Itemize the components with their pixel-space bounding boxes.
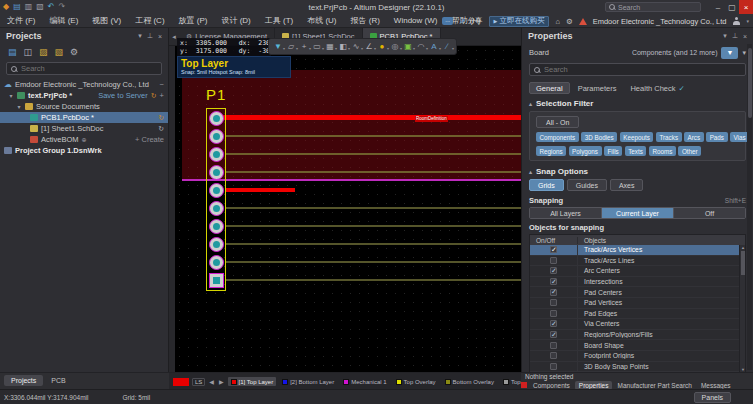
snap-options-header[interactable]: ▴ Snap Options xyxy=(522,162,753,178)
chip-texts[interactable]: Texts xyxy=(625,146,647,156)
tab-general[interactable]: General xyxy=(529,82,570,94)
tab-parameters[interactable]: Parameters xyxy=(572,82,623,94)
expand-icon[interactable]: ▾ xyxy=(16,103,22,110)
table-scrollbar[interactable]: ▲ ▼ xyxy=(739,245,745,372)
table-row[interactable]: Pad Vertices xyxy=(530,298,745,309)
menu-reports[interactable]: 报告 (R) xyxy=(344,15,387,26)
checkbox[interactable] xyxy=(550,278,557,285)
layer-tab-bottom-overlay[interactable]: Bottom Overlay xyxy=(442,377,497,386)
chip-regions[interactable]: Regions xyxy=(536,146,566,156)
chip-pads[interactable]: Pads xyxy=(706,132,727,142)
save-icon[interactable]: ▤ xyxy=(13,2,21,12)
panel-close-icon[interactable]: × xyxy=(158,33,162,40)
chip-arcs[interactable]: Arcs xyxy=(684,132,704,142)
close-button[interactable]: × xyxy=(739,0,753,14)
open-icon[interactable]: ▥ xyxy=(25,2,33,12)
workspace-name[interactable]: Emdoor Electronic _Technology Co., Ltd xyxy=(593,17,727,26)
checkbox[interactable] xyxy=(550,257,557,264)
panel-pin-icon[interactable]: ⊥ xyxy=(732,32,738,40)
layer-tab-top-overlay[interactable]: Top Overlay xyxy=(393,377,439,386)
menu-tools[interactable]: 工具 (T) xyxy=(258,15,300,26)
menu-route[interactable]: 布线 (U) xyxy=(300,15,343,26)
rectangle-icon[interactable]: ▭ xyxy=(311,39,323,54)
sync-icon[interactable]: ↻ xyxy=(158,125,164,133)
projects-search-input[interactable] xyxy=(21,64,157,73)
connection-line[interactable] xyxy=(225,261,521,263)
properties-search-input[interactable] xyxy=(544,65,741,74)
pad-7[interactable] xyxy=(209,219,224,234)
pcb-canvas[interactable]: RoomDefinition P1 xyxy=(175,46,521,372)
selection-filter-header[interactable]: ▴ Selection Filter xyxy=(522,94,753,110)
tab-projects[interactable]: Projects xyxy=(4,375,43,386)
expand-icon[interactable]: ▾ xyxy=(8,92,14,99)
checkbox[interactable] xyxy=(550,310,557,317)
panel-menu-icon[interactable]: ▾ xyxy=(723,32,727,40)
room-region[interactable] xyxy=(182,70,521,181)
menu-window[interactable]: Window (W) xyxy=(387,16,445,25)
pad-3[interactable] xyxy=(209,147,224,162)
chip-other[interactable]: Other xyxy=(678,146,701,156)
table-row[interactable]: Via Centers xyxy=(530,319,745,330)
filter-all-on-button[interactable]: All - On xyxy=(536,116,579,128)
dimension-icon[interactable]: ∠ xyxy=(363,39,375,54)
text-icon[interactable]: A xyxy=(428,39,440,54)
filter-funnel-icon[interactable]: ▼ xyxy=(721,47,738,59)
properties-search[interactable] xyxy=(529,63,746,76)
tree-workspace-row[interactable]: ☁ Emdoor Electronic _Technology Co., Ltd… xyxy=(0,79,168,90)
layer-set-button[interactable]: LS xyxy=(192,378,205,386)
layer-tab-top-paste[interactable]: Top Paste xyxy=(500,377,521,386)
user-dropdown-icon[interactable]: ▾ xyxy=(746,18,749,24)
filter-icon[interactable]: ▼ xyxy=(272,39,284,54)
table-row[interactable]: 3D Body Snap Points xyxy=(530,362,745,373)
open-folder-icon[interactable]: ▨ xyxy=(39,47,48,57)
user-account-icon[interactable] xyxy=(732,17,740,25)
tree-project-row[interactable]: ▾ text.PrjPcb * Save to Server ↻ + xyxy=(0,90,168,101)
track-top-layer-short[interactable] xyxy=(225,188,295,192)
room-definition-label[interactable]: RoomDefinition xyxy=(415,116,448,122)
connection-line[interactable] xyxy=(225,279,521,281)
chip-polygons[interactable]: Polygons xyxy=(569,146,602,156)
checkbox[interactable] xyxy=(550,331,557,338)
pad-icon[interactable]: ● xyxy=(376,39,388,54)
workspace-collapse-icon[interactable]: − xyxy=(160,80,164,89)
share-button[interactable]: ↗ 分享 xyxy=(459,16,482,26)
tree-pcb-doc-row[interactable]: PCB1.PcbDoc * ↻ xyxy=(0,112,168,123)
route-icon[interactable]: ∿ xyxy=(350,39,362,54)
pad-1[interactable] xyxy=(209,111,224,126)
buy-online-button[interactable]: ▶ 立即在线购买 xyxy=(489,16,550,27)
tree-project-group-row[interactable]: Project Group 1.DsnWrk xyxy=(0,145,168,156)
board-icon[interactable]: ▱ xyxy=(285,39,297,54)
panel-menu-icon[interactable]: ▾ xyxy=(138,32,142,40)
chip-tracks[interactable]: Tracks xyxy=(656,132,682,142)
layer-scroll-left-icon[interactable]: ◀ xyxy=(208,378,215,385)
tab-pcb[interactable]: PCB xyxy=(44,375,72,386)
undo-icon[interactable]: ↶ xyxy=(48,2,55,12)
save-project-icon[interactable]: ▤ xyxy=(8,47,17,57)
panel-close-icon[interactable]: × xyxy=(743,33,747,40)
projects-search[interactable] xyxy=(6,62,162,75)
properties-scrollbar[interactable] xyxy=(747,44,752,370)
table-row[interactable]: Pad Edges xyxy=(530,309,745,320)
table-row[interactable]: Arc Centers xyxy=(530,266,745,277)
table-row[interactable]: Regions/Polygons/Fills xyxy=(530,330,745,341)
tree-source-documents-row[interactable]: ▾ Source Documents xyxy=(0,101,168,112)
connection-line[interactable] xyxy=(225,225,521,227)
menu-place[interactable]: 放置 (P) xyxy=(172,15,215,26)
scope-off[interactable]: Off xyxy=(674,208,745,218)
checkbox[interactable] xyxy=(550,342,557,349)
snap-grids-button[interactable]: Grids xyxy=(529,179,564,191)
redo-icon[interactable]: ↷ xyxy=(59,2,66,12)
table-row[interactable]: Footprint Origins xyxy=(530,351,745,362)
snap-axes-button[interactable]: Axes xyxy=(610,179,644,191)
table-row[interactable]: Board Shape xyxy=(530,340,745,351)
filter-dropdown-icon[interactable]: ▾ xyxy=(742,49,746,57)
track-top-layer[interactable] xyxy=(222,115,521,120)
home-icon[interactable]: ⌂ xyxy=(555,17,560,26)
fill-icon[interactable]: ◧ xyxy=(337,39,349,54)
add-icon[interactable]: + xyxy=(160,91,164,100)
connection-line[interactable] xyxy=(225,207,521,209)
chip-keepouts[interactable]: Keepouts xyxy=(620,132,654,142)
checkbox[interactable] xyxy=(550,246,557,253)
scope-all-layers[interactable]: All Layers xyxy=(530,208,602,218)
checkbox[interactable] xyxy=(550,320,557,327)
